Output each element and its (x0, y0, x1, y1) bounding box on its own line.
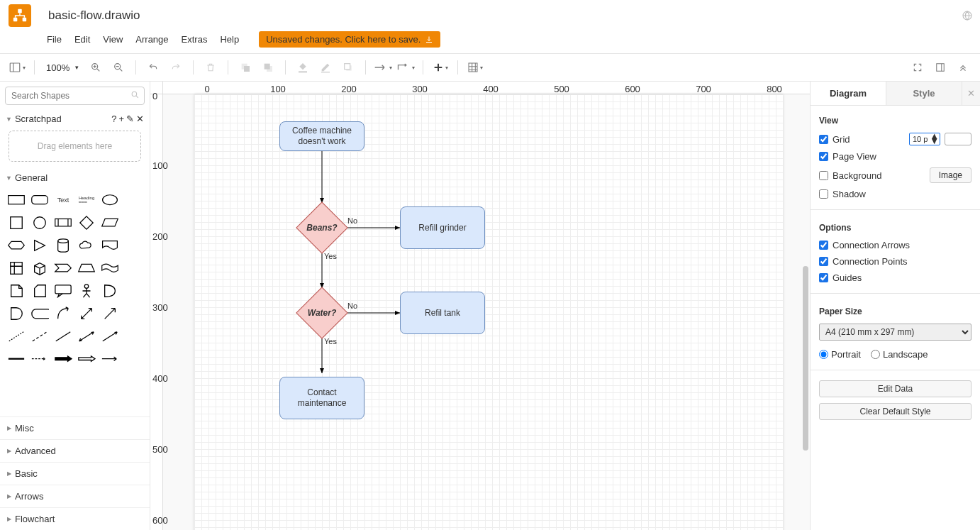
node-water[interactable]: Water? (296, 287, 347, 338)
app-logo[interactable] (9, 4, 31, 27)
shape-arrow[interactable] (100, 304, 121, 323)
insert-button[interactable]: ▾ (430, 58, 450, 77)
shape-blank8[interactable] (123, 350, 144, 368)
edit-data-button[interactable]: Edit Data (819, 380, 971, 397)
shape-dotted[interactable] (6, 327, 26, 346)
shape-curve-arrow[interactable] (52, 304, 73, 323)
zoom-in-button[interactable] (86, 58, 106, 77)
paper-size-select[interactable]: A4 (210 mm x 297 mm) (819, 324, 971, 341)
fullscreen-button[interactable] (908, 58, 928, 77)
category-misc[interactable]: ▶Misc (0, 416, 150, 439)
to-front-button[interactable] (235, 58, 255, 77)
node-refill-tank[interactable]: Refil tank (400, 292, 485, 334)
shape-conn-thick[interactable] (52, 350, 73, 368)
shape-trapezoid[interactable] (76, 259, 96, 277)
shape-blank4[interactable] (123, 259, 144, 277)
to-back-button[interactable] (258, 58, 278, 77)
scratchpad-header[interactable]: ▼ Scratchpad ? + ✎ ✕ (0, 110, 150, 128)
menu-help[interactable]: Help (220, 34, 239, 45)
clear-style-button[interactable]: Clear Default Style (819, 403, 971, 420)
shape-callout[interactable] (52, 282, 73, 300)
conn-points-checkbox[interactable] (819, 257, 828, 266)
category-basic[interactable]: ▶Basic (0, 462, 150, 485)
scrollbar-vertical[interactable] (803, 266, 808, 451)
table-button[interactable]: ▾ (465, 58, 485, 77)
waypoint-button[interactable]: ▾ (396, 58, 416, 77)
shape-square[interactable] (6, 214, 26, 232)
stepper-down-icon[interactable]: ▼ (930, 138, 939, 143)
sidebar-toggle-button[interactable]: ▾ (7, 58, 27, 77)
language-icon[interactable] (962, 10, 973, 21)
grid-checkbox[interactable] (819, 135, 828, 144)
guides-checkbox[interactable] (819, 273, 828, 282)
fill-color-button[interactable] (293, 58, 313, 77)
tab-diagram[interactable]: Diagram (811, 82, 886, 105)
shape-line-arrow[interactable] (100, 327, 121, 346)
background-image-button[interactable]: Image (930, 167, 971, 183)
shape-conn-open[interactable] (100, 350, 121, 368)
category-arrows[interactable]: ▶Arrows (0, 485, 150, 507)
shape-triangle[interactable] (29, 236, 50, 255)
shape-or[interactable] (100, 282, 121, 300)
delete-button[interactable] (201, 58, 221, 77)
scratchpad-help-icon[interactable]: ? (111, 114, 116, 124)
shape-blank5[interactable] (123, 282, 144, 300)
category-advanced[interactable]: ▶Advanced (0, 439, 150, 462)
shape-process[interactable] (52, 214, 73, 232)
zoom-select[interactable]: 100%▾ (42, 62, 83, 73)
shape-tape[interactable] (100, 259, 121, 277)
shape-textbox[interactable]: Heading━━━ (76, 191, 96, 209)
node-coffee-machine[interactable]: Coffee machine doesn't work (279, 121, 364, 151)
undo-button[interactable] (143, 58, 163, 77)
shape-card[interactable] (29, 282, 50, 300)
menu-file[interactable]: File (47, 34, 62, 45)
shape-cylinder[interactable] (52, 236, 73, 255)
node-contact-maintenance[interactable]: Contact maintenance (279, 377, 364, 419)
panel-close-icon[interactable]: ✕ (962, 82, 980, 105)
shape-document[interactable] (100, 236, 121, 255)
shape-cube[interactable] (29, 259, 50, 277)
shape-rounded-rect[interactable] (29, 191, 50, 209)
zoom-out-button[interactable] (108, 58, 128, 77)
scratchpad-add-icon[interactable]: + (118, 114, 124, 124)
grid-color-swatch[interactable] (945, 133, 971, 145)
scratchpad-close-icon[interactable]: ✕ (136, 114, 144, 124)
background-checkbox[interactable] (819, 171, 828, 180)
shape-ellipse[interactable] (100, 191, 121, 209)
general-section-header[interactable]: ▼ General (0, 169, 150, 187)
search-input[interactable] (5, 87, 145, 105)
shape-cloud[interactable] (76, 236, 96, 255)
tab-style[interactable]: Style (886, 82, 962, 105)
shape-data[interactable] (29, 304, 50, 323)
scratchpad-edit-icon[interactable]: ✎ (126, 114, 134, 124)
connection-button[interactable]: ▾ (373, 58, 393, 77)
edge-label-no[interactable]: No (347, 302, 357, 310)
collapse-button[interactable] (953, 58, 973, 77)
portrait-radio[interactable] (819, 350, 828, 359)
shape-rect[interactable] (6, 191, 26, 209)
pageview-checkbox[interactable] (819, 152, 828, 161)
node-beans[interactable]: Beans? (296, 202, 347, 253)
shape-parallelogram[interactable] (100, 214, 121, 232)
shape-link[interactable] (6, 350, 26, 368)
shadow-button[interactable] (338, 58, 358, 77)
shape-conn-dashed[interactable] (29, 350, 50, 368)
edge-label-yes[interactable]: Yes (324, 252, 337, 260)
shape-diamond[interactable] (76, 214, 96, 232)
shape-actor[interactable] (76, 282, 96, 300)
shape-blank[interactable] (123, 191, 144, 209)
redo-button[interactable] (166, 58, 186, 77)
edge-label-yes[interactable]: Yes (324, 337, 337, 346)
shape-step[interactable] (52, 259, 73, 277)
shape-circle[interactable] (29, 214, 50, 232)
shape-hexagon[interactable] (6, 236, 26, 255)
shape-conn-thin[interactable] (76, 350, 96, 368)
shape-blank3[interactable] (123, 236, 144, 255)
shape-internal[interactable] (6, 259, 26, 277)
shape-bidir-arrow[interactable] (76, 304, 96, 323)
shape-blank2[interactable] (123, 214, 144, 232)
shape-blank6[interactable] (123, 304, 144, 323)
category-flowchart[interactable]: ▶Flowchart (0, 507, 150, 530)
shape-text[interactable]: Text (52, 191, 73, 209)
menu-view[interactable]: View (103, 34, 123, 45)
